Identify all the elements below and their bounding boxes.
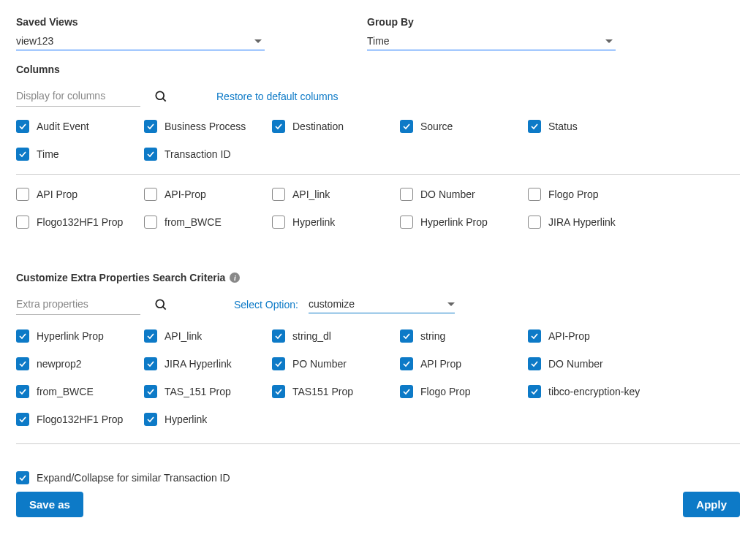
chevron-down-icon [605, 39, 613, 43]
saved-views-label: Saved Views [16, 16, 265, 28]
checkbox-label: Time [37, 148, 59, 160]
checkbox-icon [528, 188, 541, 201]
saved-views-select[interactable]: view123 [16, 32, 265, 50]
checkbox-icon [272, 188, 285, 201]
checkbox-icon [400, 385, 413, 398]
columns-search-input[interactable] [16, 85, 140, 107]
checkbox-label: Hyperlink [165, 413, 207, 425]
checkbox-label: Hyperlink Prop [420, 216, 488, 228]
checkbox-item[interactable]: API_link [144, 329, 272, 343]
select-option-dropdown[interactable]: customize [309, 295, 455, 313]
columns-scroll-area[interactable]: Audit EventBusiness ProcessDestinationSo… [16, 120, 740, 259]
checkbox-icon [144, 216, 157, 229]
checkbox-icon [528, 216, 541, 229]
checkbox-label: API-Prop [165, 188, 206, 200]
checkbox-icon [144, 188, 157, 201]
checkbox-label: string_dl [292, 330, 331, 342]
checkbox-icon [272, 329, 285, 343]
search-icon[interactable] [154, 297, 168, 312]
checkbox-label: Status [548, 121, 578, 132]
checkbox-item[interactable]: from_BWCE [16, 385, 144, 398]
chevron-down-icon [447, 302, 455, 306]
checkbox-item[interactable]: string_dl [272, 329, 400, 343]
checkbox-label: JIRA Hyperlink [548, 216, 616, 228]
checkbox-item[interactable]: DO Number [400, 188, 528, 201]
checkbox-item[interactable]: Time [16, 148, 144, 161]
checkbox-icon [400, 329, 413, 343]
checkbox-icon [16, 413, 29, 426]
checkbox-item[interactable]: JIRA Hyperlink [528, 216, 656, 229]
checkbox-label: from_BWCE [165, 216, 222, 228]
checkbox-item[interactable]: Transaction ID [144, 148, 272, 161]
checkbox-label: from_BWCE [37, 386, 94, 397]
checkbox-item[interactable]: JIRA Hyperlink [144, 357, 272, 370]
svg-point-2 [156, 300, 164, 308]
chevron-down-icon [254, 39, 262, 43]
checkbox-item[interactable]: Flogo132HF1 Prop [16, 413, 144, 426]
checkbox-icon [528, 120, 541, 133]
save-as-button[interactable]: Save as [16, 492, 83, 517]
checkbox-item[interactable]: API_link [272, 188, 400, 201]
checkbox-icon [16, 188, 29, 201]
checkbox-item[interactable]: newprop2 [16, 357, 144, 370]
checkbox-item[interactable]: TAS_151 Prop [144, 385, 272, 398]
info-icon[interactable]: i [230, 272, 240, 283]
checkbox-label: TAS_151 Prop [165, 386, 231, 397]
checkbox-item[interactable]: Flogo Prop [400, 385, 528, 398]
checkbox-label: Flogo132HF1 Prop [37, 413, 123, 425]
checkbox-label: Hyperlink Prop [37, 330, 104, 342]
checkbox-item[interactable]: PO Number [272, 357, 400, 370]
checkbox-icon [144, 385, 157, 398]
checkbox-item[interactable]: Status [528, 120, 656, 133]
checkbox-label: Business Process [165, 121, 246, 132]
search-icon[interactable] [154, 89, 168, 104]
customize-scroll-area[interactable]: Hyperlink PropAPI_linkstring_dlstringAPI… [16, 329, 740, 468]
extra-properties-search-input[interactable] [16, 294, 140, 315]
apply-button[interactable]: Apply [683, 492, 740, 517]
checkbox-label: Source [420, 121, 453, 132]
checkbox-item[interactable]: Flogo Prop [528, 188, 656, 201]
checkbox-item[interactable]: TAS151 Prop [272, 385, 400, 398]
checkbox-item[interactable]: API Prop [400, 357, 528, 370]
restore-default-columns-link[interactable]: Restore to default columns [216, 91, 339, 102]
checkbox-item[interactable]: Flogo132HF1 Prop [16, 216, 144, 229]
columns-divider [16, 174, 740, 175]
expand-collapse-checkbox[interactable]: Expand/Collapse for similar Transaction … [16, 471, 230, 484]
checkbox-label: Hyperlink [292, 216, 335, 228]
checkbox-label: newprop2 [37, 358, 82, 370]
checkbox-item[interactable]: API-Prop [144, 188, 272, 201]
checkbox-label: Transaction ID [165, 148, 231, 160]
checkbox-label: API-Prop [548, 330, 590, 342]
checkbox-icon [400, 188, 413, 201]
checkbox-item[interactable]: API-Prop [528, 329, 656, 343]
checkbox-item[interactable]: from_BWCE [144, 216, 272, 229]
checkbox-item[interactable]: tibco-encryption-key [528, 385, 656, 398]
checkbox-label: string [420, 330, 445, 342]
group-by-label: Group By [367, 16, 616, 28]
checkbox-item[interactable]: string [400, 329, 528, 343]
checkbox-icon [16, 120, 29, 133]
checkbox-item[interactable]: API Prop [16, 188, 144, 201]
checkbox-item[interactable]: Hyperlink Prop [16, 329, 144, 343]
checkbox-icon [16, 216, 29, 229]
checkbox-item[interactable]: Hyperlink [272, 216, 400, 229]
customize-divider [16, 443, 740, 444]
checkbox-label: JIRA Hyperlink [165, 358, 232, 370]
checkbox-label: Destination [292, 121, 344, 132]
checkbox-item[interactable]: Business Process [144, 120, 272, 133]
group-by-select[interactable]: Time [367, 32, 616, 50]
checkbox-label: tibco-encryption-key [548, 386, 640, 397]
checkbox-item[interactable]: Audit Event [16, 120, 144, 133]
checkbox-item[interactable]: DO Number [528, 357, 656, 370]
checkbox-icon [16, 357, 29, 370]
checkbox-label: Audit Event [37, 121, 89, 132]
checkbox-item[interactable]: Source [400, 120, 528, 133]
saved-views-value: view123 [16, 35, 53, 47]
checkbox-icon [528, 385, 541, 398]
checkbox-item[interactable]: Hyperlink Prop [400, 216, 528, 229]
checkbox-icon [144, 329, 157, 343]
checkbox-icon [528, 357, 541, 370]
checkbox-label: Flogo Prop [548, 188, 598, 200]
checkbox-item[interactable]: Destination [272, 120, 400, 133]
checkbox-item[interactable]: Hyperlink [144, 413, 272, 426]
